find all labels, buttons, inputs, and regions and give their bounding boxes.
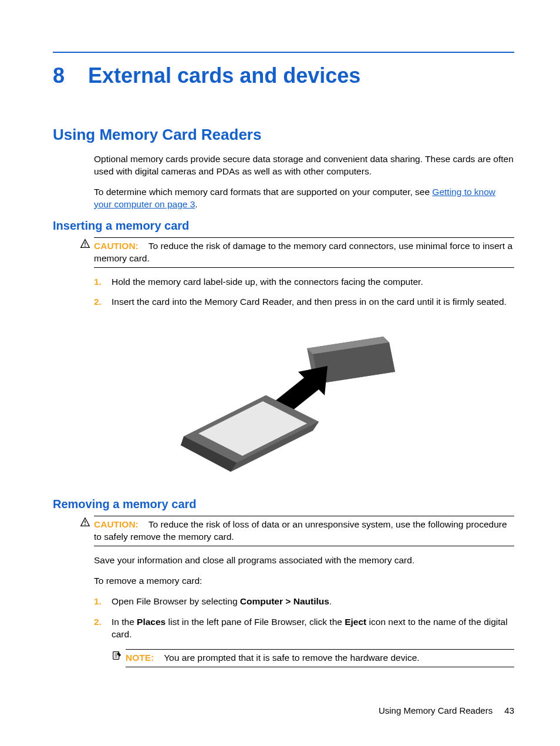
memory-card-illustration [53,319,514,480]
caution-label: CAUTION: [94,241,139,251]
list-item: 2. In the Places list in the left pane o… [94,616,514,641]
step-text: Hold the memory card label-side up, with… [112,276,514,288]
list-item: 2. Insert the card into the Memory Card … [94,296,514,308]
subheading-removing: Removing a memory card [53,498,514,511]
note-icon [112,650,122,661]
section-heading-using-memory-card-readers: Using Memory Card Readers [53,126,514,144]
caution-block-insert: CAUTION: To reduce the risk of damage to… [80,237,514,268]
remove-para2: To remove a memory card: [94,575,514,587]
step-number: 1. [94,276,112,288]
intro-para2-post: . [195,199,197,209]
svg-point-1 [85,246,86,247]
step-text: In the Places list in the left pane of F… [112,616,514,641]
note-text: You are prompted that it is safe to remo… [164,653,419,663]
svg-point-3 [85,525,86,526]
insert-steps: 1. Hold the memory card label-side up, w… [94,276,514,309]
step-number: 2. [94,296,112,308]
caution-block-remove: CAUTION: To reduce the risk of loss of d… [80,516,514,546]
list-item: 1. Open File Browser by selecting Comput… [94,596,514,608]
footer-page-number: 43 [504,705,514,715]
page-footer: Using Memory Card Readers 43 [379,705,514,715]
caution-text-remove: To reduce the risk of loss of data or an… [94,519,507,542]
footer-section: Using Memory Card Readers [379,705,492,715]
top-rule [53,52,514,53]
caution-icon [80,238,90,249]
step-text: Open File Browser by selecting Computer … [112,596,514,608]
step-number: 1. [94,596,112,608]
caution-text-insert: To reduce the risk of damage to the memo… [94,241,512,263]
chapter-number: 8 [53,63,65,88]
chapter-title: External cards and devices [88,63,360,88]
note-label: NOTE: [126,653,154,663]
step-text: Insert the card into the Memory Card Rea… [112,296,514,308]
note-block: NOTE: You are prompted that it is safe t… [112,649,514,667]
intro-paragraph-1: Optional memory cards provide secure dat… [94,153,514,178]
intro-para2-pre: To determine which memory card formats t… [94,187,432,197]
caution-icon [80,517,90,527]
remove-para1: Save your information and close all prog… [94,555,514,567]
step-number: 2. [94,616,112,641]
list-item: 1. Hold the memory card label-side up, w… [94,276,514,288]
remove-steps: 1. Open File Browser by selecting Comput… [94,596,514,641]
caution-label: CAUTION: [94,519,139,529]
intro-paragraph-2: To determine which memory card formats t… [94,186,514,211]
chapter-heading: 8 External cards and devices [53,63,514,88]
subheading-inserting: Inserting a memory card [53,219,514,233]
